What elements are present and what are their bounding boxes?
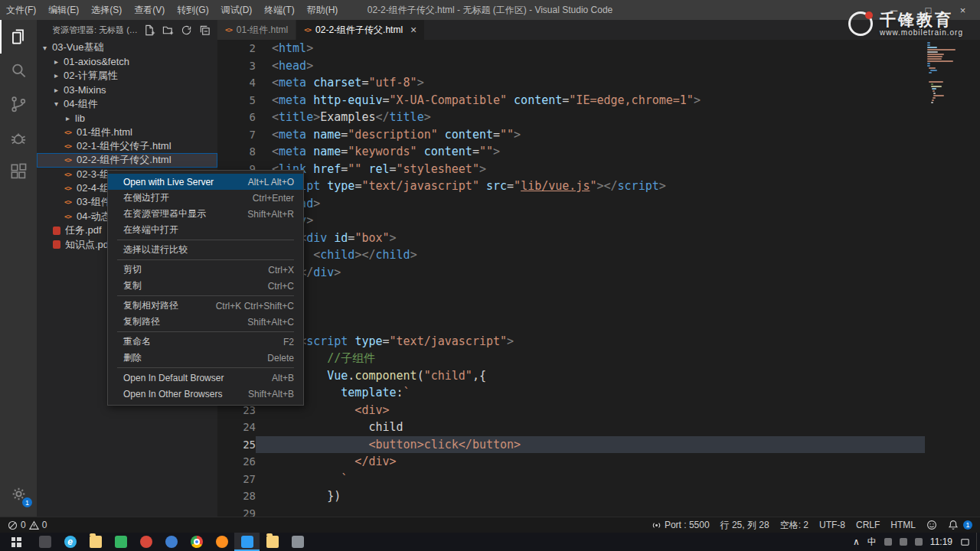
taskbar-app-app-dark[interactable] (32, 533, 57, 551)
taskbar-app-vscode[interactable] (234, 533, 260, 551)
code-line[interactable]: 23 <div> (217, 402, 925, 419)
extensions-icon[interactable] (0, 155, 37, 188)
live-server-port[interactable]: Port : 5500 (652, 520, 710, 530)
context-menu-item[interactable]: 复制Ctrl+C (108, 278, 303, 294)
source-control-icon[interactable] (0, 87, 37, 121)
new-folder-icon[interactable] (161, 23, 175, 37)
menubar-item[interactable]: 编辑(E) (42, 0, 85, 20)
start-button[interactable] (0, 533, 32, 551)
code-line[interactable]: 2<html> (217, 40, 925, 57)
tray-icon[interactable] (884, 538, 892, 546)
code-line[interactable]: 3<head> (217, 57, 925, 75)
tray-icon[interactable] (915, 538, 923, 546)
code-line[interactable]: 16 (217, 281, 925, 298)
code-line[interactable]: 28 }) (217, 487, 925, 505)
code-line[interactable]: 6<title>Examples</title> (217, 109, 925, 126)
taskbar-app-internet-explorer[interactable]: e (57, 533, 83, 551)
collapse-folders-icon[interactable] (198, 23, 211, 37)
taskbar-app-file-explorer[interactable] (83, 533, 108, 551)
code-line[interactable]: 20 //子组件 (217, 350, 925, 367)
tree-item[interactable]: ▸lib (37, 111, 217, 125)
context-menu-item[interactable]: 在资源管理器中显示Shift+Alt+R (108, 206, 303, 222)
new-file-icon[interactable] (142, 23, 156, 37)
tree-item[interactable]: ▸03-Mixins (37, 83, 217, 96)
menubar-item[interactable]: 调试(D) (215, 0, 259, 20)
debug-icon[interactable] (0, 121, 37, 155)
menubar-item[interactable]: 查看(V) (128, 0, 171, 20)
code-line[interactable]: 11</head> (217, 195, 925, 213)
tree-item[interactable]: <>02-1-组件父传子.html (37, 139, 217, 153)
tree-item[interactable]: ▸01-axios&fetch (37, 54, 217, 68)
cursor-position[interactable]: 行 25, 列 28 (720, 519, 769, 532)
menubar-item[interactable]: 文件(F) (0, 0, 42, 20)
context-menu-item[interactable]: 重命名F2 (108, 334, 303, 350)
code-line[interactable]: 14 <child></child> (217, 246, 925, 264)
code-line[interactable]: 29 (217, 505, 925, 517)
code-line[interactable]: 9<link href="" rel="stylesheet"> (217, 161, 925, 178)
taskbar-app-app-gray[interactable] (285, 533, 310, 551)
tree-item[interactable]: ▾03-Vue基础 (37, 41, 217, 54)
code-line[interactable]: 18 (217, 315, 925, 333)
code-line[interactable]: 21 Vue.component("child",{ (217, 367, 925, 385)
taskbar-app-chrome[interactable] (184, 533, 209, 551)
menubar-item[interactable]: 帮助(H) (301, 0, 345, 20)
code-line[interactable]: 7<meta name="description" content=""> (217, 126, 925, 144)
tree-item[interactable]: <>01-组件.html (37, 125, 217, 139)
feedback-smiley-icon[interactable] (926, 520, 937, 530)
code-line[interactable]: 27 ` (217, 471, 925, 488)
explorer-icon[interactable] (0, 20, 37, 54)
code-line[interactable]: 24 child (217, 419, 925, 436)
tree-item[interactable]: ▾04-组件 (37, 97, 217, 111)
code-line[interactable]: 25 <button>click</button> (217, 436, 925, 454)
action-center-icon[interactable] (960, 537, 970, 547)
context-menu-item[interactable]: 复制路径Shift+Alt+C (108, 314, 303, 330)
taskbar-app-app-blue[interactable] (158, 533, 184, 551)
context-menu-item[interactable]: 删除Delete (108, 350, 303, 366)
problems-indicator[interactable]: 0 0 (8, 520, 47, 530)
code-line[interactable]: 10<script type="text/javascript" src="li… (217, 178, 925, 195)
language-mode[interactable]: HTML (890, 520, 916, 530)
tray-expand-chevron[interactable]: ∧ (853, 536, 860, 547)
context-menu-item[interactable]: 在侧边打开Ctrl+Enter (108, 190, 303, 206)
editor[interactable]: 2<html>3<head>4<meta charset="utf-8">5<m… (217, 40, 980, 517)
show-desktop-button[interactable] (976, 533, 980, 551)
code-line[interactable]: 8<meta name="keywords" content=""> (217, 143, 925, 161)
code-line[interactable]: 19 <script type="text/javascript"> (217, 333, 925, 350)
settings-gear-icon[interactable]: 1 (0, 477, 37, 510)
code-line[interactable]: 22 template:` (217, 384, 925, 402)
context-menu-item[interactable]: 选择以进行比较 (108, 242, 303, 258)
code-line[interactable]: 12<body> (217, 212, 925, 230)
eol[interactable]: CRLF (856, 520, 880, 530)
code-line[interactable]: 4<meta charset="utf-8"> (217, 74, 925, 92)
context-menu-item[interactable]: Open In Default BrowserAlt+B (108, 370, 303, 386)
tree-item[interactable]: <>02-2-组件子传父.html (37, 153, 217, 167)
close-button[interactable]: × (946, 0, 980, 20)
tree-item[interactable]: ▸02-计算属性 (37, 69, 217, 83)
refresh-icon[interactable] (179, 23, 193, 37)
context-menu-item[interactable]: 剪切Ctrl+X (108, 262, 303, 278)
taskbar-app-app-green[interactable] (108, 533, 133, 551)
editor-tab-2[interactable]: <>02-2-组件子传父.html× (296, 20, 425, 40)
code-line[interactable]: 26 </div> (217, 453, 925, 471)
editor-tab-1[interactable]: <>01-组件.html (217, 20, 296, 40)
ime-indicator[interactable]: 中 (867, 536, 877, 549)
search-icon[interactable] (0, 54, 37, 87)
context-menu-item[interactable]: Open In Other BrowsersShift+Alt+B (108, 386, 303, 402)
context-menu-item[interactable]: Open with Live ServerAlt+L Alt+O (108, 174, 303, 190)
encoding[interactable]: UTF-8 (819, 520, 845, 530)
taskbar-app-firefox[interactable] (209, 533, 234, 551)
code-line[interactable]: 5<meta http-equiv="X-UA-Compatible" cont… (217, 92, 925, 109)
clock[interactable]: 11:19 (930, 536, 952, 547)
menubar-item[interactable]: 转到(G) (171, 0, 214, 20)
context-menu-item[interactable]: 复制相对路径Ctrl+K Ctrl+Shift+C (108, 298, 303, 314)
notifications-bell[interactable]: 1 (948, 520, 972, 530)
code-line[interactable]: 17 (217, 298, 925, 316)
taskbar-app-app-red[interactable] (133, 533, 158, 551)
code-line[interactable]: 13 <div id="box"> (217, 230, 925, 247)
menubar-item[interactable]: 终端(T) (258, 0, 300, 20)
indentation[interactable]: 空格: 2 (780, 519, 808, 532)
code-line[interactable]: 15 </div> (217, 264, 925, 282)
minimap[interactable] (925, 40, 980, 517)
close-tab-icon[interactable]: × (410, 24, 416, 36)
tray-icon[interactable] (900, 538, 907, 546)
